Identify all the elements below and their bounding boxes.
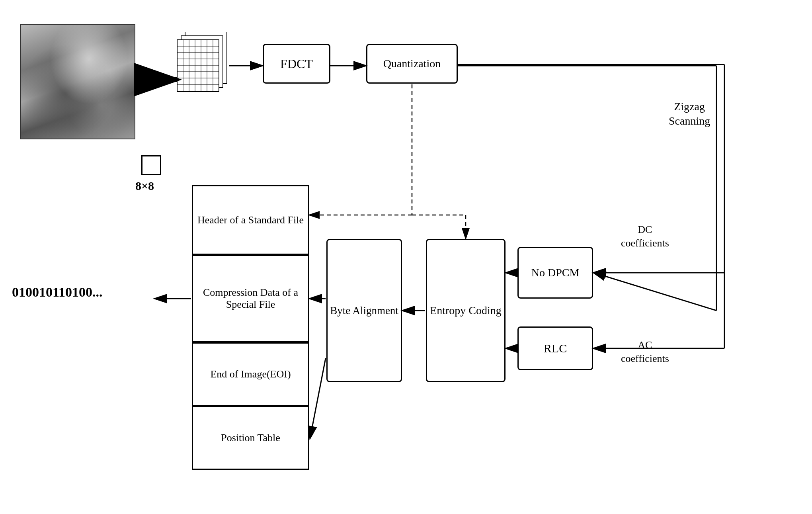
- rlc-box: RLC: [517, 326, 593, 370]
- no-dpcm-box: No DPCM: [517, 247, 593, 299]
- diagram-container: 8×8 FDCT Quantization No DPCM RLC: [0, 0, 812, 514]
- output-bits-label: 010010110100...: [12, 285, 103, 300]
- ac-coefficients-label: AC coefficients: [621, 338, 669, 365]
- byte-alignment-box: Byte Alignment: [326, 239, 402, 382]
- zigzag-label: Zigzag Scanning: [669, 100, 710, 129]
- fdct-box: FDCT: [263, 44, 330, 84]
- svg-line-38: [310, 358, 326, 438]
- file-section-compression: Compression Data of a Special File: [192, 255, 309, 342]
- image-pages-svg: [177, 32, 229, 119]
- lena-image: [20, 24, 135, 139]
- svg-line-24: [594, 273, 716, 311]
- quantization-box: Quantization: [366, 44, 458, 84]
- dc-coefficients-label: DC coefficients: [621, 223, 669, 250]
- entropy-coding-box: Entropy Coding: [426, 239, 506, 382]
- file-section-header: Header of a Standard File: [192, 185, 309, 255]
- block-square: [141, 155, 161, 175]
- file-section-eoi: End of Image(EOI): [192, 342, 309, 406]
- svg-rect-2: [177, 40, 219, 92]
- file-section-position: Position Table: [192, 406, 309, 470]
- label-8x8: 8×8: [135, 179, 154, 193]
